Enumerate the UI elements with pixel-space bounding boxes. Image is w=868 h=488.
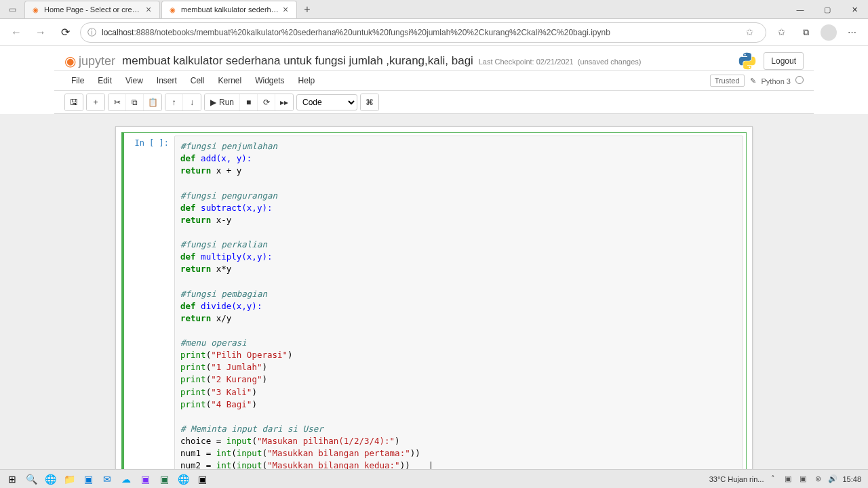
kernel-name[interactable]: Python 3 <box>762 76 804 85</box>
profile-avatar[interactable] <box>821 24 837 41</box>
jupyter-logo-text: jupyter <box>79 54 115 68</box>
taskbar-app[interactable]: ✉ <box>98 471 117 487</box>
code-input[interactable]: #fungsi penjumlahan def add(x, y): retur… <box>174 136 743 469</box>
restart-run-all-button[interactable]: ▸▸ <box>275 94 293 110</box>
menu-file[interactable]: File <box>64 71 91 90</box>
jupyter-logo[interactable]: ◉ jupyter <box>64 53 115 69</box>
cut-button[interactable]: ✂ <box>108 94 126 110</box>
taskbar-app[interactable]: ▣ <box>136 471 155 487</box>
start-button[interactable]: ⊞ <box>3 471 22 487</box>
address-bar[interactable]: ⓘ localhost:8888/notebooks/membuat%20kal… <box>80 22 766 43</box>
jupyter-menubar: File Edit View Insert Cell Kernel Widget… <box>54 70 814 91</box>
code-cell[interactable]: In [ ]: #fungsi penjumlahan def add(x, y… <box>121 132 747 469</box>
menu-edit[interactable]: Edit <box>91 71 119 90</box>
taskbar-app[interactable]: ☁ <box>117 471 136 487</box>
cell-type-select[interactable]: Code <box>296 94 357 110</box>
close-icon[interactable]: × <box>143 4 154 15</box>
jupyter-icon: ◉ <box>31 5 40 14</box>
windows-taskbar: ⊞ 🔍 🌐 📁 ▣ ✉ ☁ ▣ ▣ 🌐 ▣ 33°C Hujan rin... … <box>0 469 868 488</box>
copy-button[interactable]: ⧉ <box>126 94 144 110</box>
tab-title: membuat kalkulator sederhana u <box>181 5 280 14</box>
favorites-icon[interactable]: ✩ <box>772 23 791 42</box>
wifi-icon[interactable]: ⊚ <box>812 474 823 485</box>
notebook-title[interactable]: membuat kalkulator sederhana untuk fungs… <box>122 54 731 68</box>
window-controls: — ▢ ✕ <box>787 0 868 19</box>
jupyter-icon: ◉ <box>167 5 177 14</box>
save-button[interactable]: 🖫 <box>65 94 83 110</box>
menu-icon[interactable]: ⋯ <box>842 23 861 42</box>
new-tab-button[interactable]: + <box>298 1 316 18</box>
jupyter-header: ◉ jupyter membuat kalkulator sederhana u… <box>54 46 814 70</box>
clock[interactable]: 15:48 <box>842 475 861 483</box>
move-down-button[interactable]: ↓ <box>183 94 201 110</box>
menu-view[interactable]: View <box>119 71 150 90</box>
menu-help[interactable]: Help <box>292 71 322 90</box>
maximize-button[interactable]: ▢ <box>814 0 841 19</box>
close-icon[interactable]: × <box>280 4 291 15</box>
close-button[interactable]: ✕ <box>841 0 868 19</box>
taskbar-app[interactable]: ▣ <box>155 471 174 487</box>
tab-actions-icon[interactable]: ▭ <box>5 3 19 16</box>
trusted-indicator[interactable]: Trusted <box>710 75 745 87</box>
jupyter-logo-icon: ◉ <box>64 53 76 69</box>
browser-toolbar: ← → ⟳ ⓘ localhost:8888/notebooks/membuat… <box>0 19 868 46</box>
page-content: ◉ jupyter membuat kalkulator sederhana u… <box>0 46 868 469</box>
star-icon[interactable]: ✩ <box>746 27 753 37</box>
menu-insert[interactable]: Insert <box>150 71 184 90</box>
site-info-icon[interactable]: ⓘ <box>87 26 96 39</box>
logout-button[interactable]: Logout <box>764 52 804 70</box>
kernel-status-icon <box>795 76 804 84</box>
interrupt-button[interactable]: ■ <box>240 94 258 110</box>
run-button[interactable]: ▶ Run <box>205 94 240 110</box>
url-text: localhost:8888/notebooks/membuat%20kalku… <box>102 28 746 37</box>
weather-widget[interactable]: 33°C Hujan rin... <box>709 475 764 483</box>
text-cursor <box>431 462 431 469</box>
search-icon[interactable]: 🔍 <box>22 471 41 487</box>
back-button[interactable]: ← <box>7 23 26 42</box>
menu-kernel[interactable]: Kernel <box>212 71 249 90</box>
tray-icon[interactable]: ▣ <box>783 474 793 485</box>
collections-icon[interactable]: ⧉ <box>796 23 815 42</box>
move-up-button[interactable]: ↑ <box>165 94 183 110</box>
browser-tab[interactable]: ◉ membuat kalkulator sederhana u × <box>161 1 297 18</box>
browser-tab-strip: ▭ ◉ Home Page - Select or create a n × ◉… <box>0 0 868 19</box>
refresh-button[interactable]: ⟳ <box>56 23 75 42</box>
add-cell-button[interactable]: + <box>87 94 104 110</box>
jupyter-toolbar: 🖫 + ✂ ⧉ 📋 ↑ ↓ ▶ Run ■ ⟳ ▸▸ Code ⌘ <box>54 91 814 114</box>
checkpoint-text: Last Checkpoint: 02/21/2021 (unsaved cha… <box>477 58 642 66</box>
cell-prompt: In [ ]: <box>127 136 174 469</box>
notebook: In [ ]: #fungsi penjumlahan def add(x, y… <box>115 126 753 469</box>
paste-button[interactable]: 📋 <box>144 94 161 110</box>
python-logo-icon <box>738 52 757 70</box>
taskbar-app[interactable]: 🌐 <box>41 471 60 487</box>
menu-widgets[interactable]: Widgets <box>248 71 291 90</box>
taskbar-app[interactable]: ▣ <box>79 471 98 487</box>
minimize-button[interactable]: — <box>787 0 814 19</box>
tray-icon[interactable]: ▣ <box>797 474 808 485</box>
tab-title: Home Page - Select or create a n <box>44 5 143 14</box>
notebook-container: In [ ]: #fungsi penjumlahan def add(x, y… <box>0 114 868 469</box>
code-content[interactable]: #fungsi penjumlahan def add(x, y): retur… <box>180 140 737 469</box>
tray-chevron-icon[interactable]: ˄ <box>768 474 778 485</box>
menu-cell[interactable]: Cell <box>184 71 212 90</box>
browser-tab[interactable]: ◉ Home Page - Select or create a n × <box>24 1 160 18</box>
restart-button[interactable]: ⟳ <box>258 94 275 110</box>
command-palette-button[interactable]: ⌘ <box>361 94 378 110</box>
forward-button: → <box>31 23 50 42</box>
edit-icon[interactable]: ✎ <box>750 77 756 85</box>
volume-icon[interactable]: 🔊 <box>827 474 838 485</box>
taskbar-app[interactable]: 🌐 <box>174 471 193 487</box>
system-tray: 33°C Hujan rin... ˄ ▣ ▣ ⊚ 🔊 15:48 <box>709 474 865 485</box>
taskbar-app[interactable]: ▣ <box>193 471 212 487</box>
taskbar-app[interactable]: 📁 <box>60 471 79 487</box>
